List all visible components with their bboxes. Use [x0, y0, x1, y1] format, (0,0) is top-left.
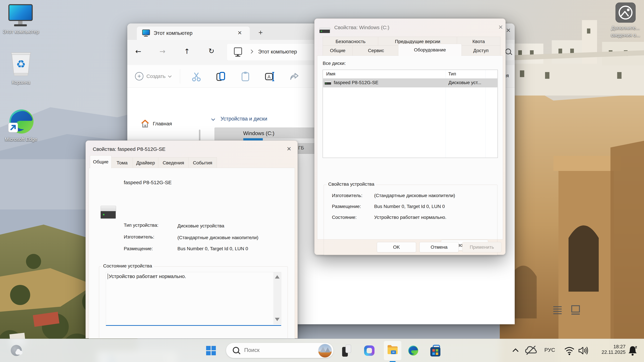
explorer-tab-this-pc[interactable]: Этот компьютер ✕: [137, 26, 250, 40]
scroll-down-icon[interactable]: [275, 318, 280, 321]
cancel-button[interactable]: Отмена: [420, 242, 459, 252]
disk-list[interactable]: Имя Тип faspeed P8-512G-SE Дисковые уст.…: [323, 70, 498, 158]
back-icon[interactable]: ←: [135, 47, 141, 55]
home-icon: [141, 119, 150, 128]
share-icon[interactable]: [289, 71, 300, 82]
dialog-drive-icon: [320, 23, 330, 34]
recycle-bin-icon: ♻: [10, 52, 32, 77]
scroll-up-icon[interactable]: [275, 275, 280, 279]
manufacturer-value: (Стандартные дисковые накопители): [374, 193, 455, 198]
column-header-name[interactable]: Имя: [326, 71, 336, 77]
phone-link-icon: [342, 345, 352, 357]
forward-icon[interactable]: →: [160, 47, 165, 55]
window-close-button[interactable]: ✕: [506, 27, 511, 33]
tab-general-active[interactable]: Общие: [90, 155, 112, 168]
manufacturer-value: (Стандартные дисковые накопители): [178, 235, 258, 240]
dialog-title: Свойства: faspeed P8-512G-SE: [93, 146, 166, 152]
loop-app-button[interactable]: [362, 344, 376, 357]
store-button[interactable]: [429, 344, 442, 357]
details-view-icon[interactable]: [552, 305, 563, 315]
drive-name: Windows (C:): [243, 130, 274, 136]
tab-label: Общие: [330, 48, 345, 53]
phone-link-button[interactable]: [340, 344, 354, 357]
copy-icon[interactable]: [216, 71, 226, 82]
general-tab-page: faspeed P8-512G-SE Тип устройства: Диско…: [89, 168, 295, 339]
manufacturer-label: Изготовитель:: [332, 193, 362, 198]
tab-label: Предыдущие версии: [395, 39, 440, 44]
desktop-icon-label-line2: сведения о...: [602, 32, 644, 38]
device-type-value: Дисковые устройства: [178, 223, 224, 229]
tab-details[interactable]: Сведения: [158, 157, 189, 168]
devices-and-drives-header[interactable]: Устройства и диски: [220, 116, 267, 122]
device-status-group-label: Состояние устройства: [102, 263, 154, 269]
device-properties-group-label: Свойства устройства: [326, 182, 376, 187]
device-status-textbox[interactable]: Устройство работает нормально.: [106, 272, 281, 326]
disk-row-name: faspeed P8-512G-SE: [334, 80, 378, 85]
tab-label: Безопасность: [336, 39, 366, 44]
tab-hardware-active[interactable]: Оборудование: [398, 44, 462, 56]
textbox-scrollbar[interactable]: [273, 272, 281, 325]
svg-text:♻: ♻: [16, 58, 26, 70]
up-icon[interactable]: ↑: [184, 47, 190, 55]
desktop-icon-label: Этот компьютер: [0, 28, 45, 35]
tab-general[interactable]: Общие: [323, 45, 353, 56]
large-icons-view-icon[interactable]: [570, 305, 581, 315]
new-tab-button[interactable]: +: [258, 29, 263, 36]
wifi-icon[interactable]: [564, 346, 575, 356]
disk-row-type: Дисковые уст...: [448, 80, 481, 85]
tab-volumes[interactable]: Тома: [111, 157, 133, 168]
paste-icon[interactable]: [240, 71, 251, 82]
widgets-weather-button[interactable]: [8, 344, 24, 358]
tab-label: Сведения: [163, 160, 184, 166]
active-app-indicator: [390, 361, 396, 362]
new-button[interactable]: + Создать: [135, 70, 185, 82]
moon-cloud-icon: [11, 345, 22, 356]
breadcrumb-location[interactable]: Этот компьютер: [258, 49, 297, 55]
status-label: Состояние:: [332, 215, 357, 220]
section-collapse-chevron-icon[interactable]: [211, 117, 215, 121]
tab-driver[interactable]: Драйвер: [133, 157, 158, 168]
tray-chevron-up-icon[interactable]: [511, 347, 520, 354]
tab-security[interactable]: Безопасность: [323, 37, 378, 46]
search-placeholder: Поиск: [244, 347, 260, 353]
search-icon-handle: [238, 352, 240, 354]
apply-button[interactable]: Применить: [462, 242, 502, 252]
start-button[interactable]: [204, 345, 217, 357]
device-icon: [100, 206, 116, 219]
ok-button-label: OK: [393, 245, 400, 250]
rename-icon[interactable]: A: [264, 71, 275, 82]
tab-sharing[interactable]: Доступ: [461, 45, 500, 56]
this-pc-icon: [8, 4, 33, 26]
tab-events[interactable]: События: [188, 157, 217, 168]
edge-icon: [408, 345, 419, 356]
sidebar-item-home[interactable]: Главная: [141, 118, 196, 130]
dialog-title: Свойства: Windows (C:): [334, 25, 389, 30]
address-monitor-icon: [234, 47, 243, 56]
disk-list-row-selected[interactable]: faspeed P8-512G-SE Дисковые уст...: [323, 79, 497, 87]
plus-circle-icon: +: [135, 72, 144, 80]
location-value: Bus Number 0, Target Id 0, LUN 0: [374, 204, 445, 209]
do-not-disturb-bell-icon[interactable]: z: [628, 345, 638, 356]
taskbar-search[interactable]: Поиск: [226, 343, 334, 358]
onedrive-paused-icon[interactable]: [524, 345, 537, 356]
store-icon: [430, 345, 440, 357]
apply-button-label: Применить: [470, 245, 494, 250]
edge-button[interactable]: [406, 344, 420, 357]
search-highlight-image[interactable]: [318, 344, 332, 358]
tab-close-icon[interactable]: ✕: [238, 30, 242, 35]
column-header-type[interactable]: Тип: [448, 71, 456, 77]
sidebar-item-label: Главная: [153, 121, 172, 126]
dialog-close-icon[interactable]: ✕: [498, 24, 503, 30]
cut-icon[interactable]: [191, 71, 202, 82]
tab-tools[interactable]: Сервис: [352, 45, 400, 56]
tab-quota[interactable]: Квота: [457, 37, 500, 46]
file-explorer-button-active[interactable]: [384, 341, 402, 360]
clock[interactable]: 18:27 22.11.2025: [592, 344, 626, 357]
volume-icon[interactable]: [578, 346, 589, 356]
ok-button[interactable]: OK: [377, 242, 416, 252]
language-indicator[interactable]: РУС: [544, 347, 555, 353]
refresh-icon[interactable]: ↻: [208, 47, 214, 55]
dialog-close-icon[interactable]: ✕: [286, 146, 292, 152]
location-label: Размещение:: [332, 204, 361, 209]
loop-icon: [364, 346, 374, 356]
